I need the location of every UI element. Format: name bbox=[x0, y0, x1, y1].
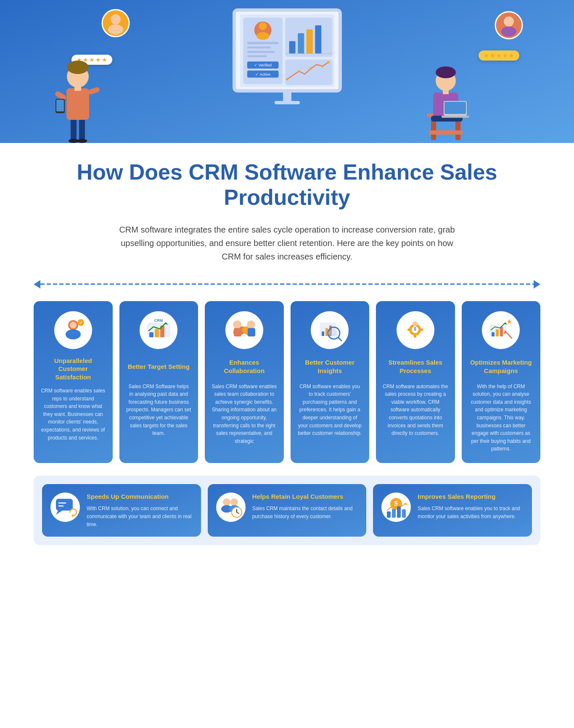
card-collaboration: Enhances Collaboration Sales CRM softwar… bbox=[205, 301, 284, 463]
svg-point-38 bbox=[111, 14, 121, 24]
svg-rect-83 bbox=[407, 328, 411, 331]
svg-rect-82 bbox=[414, 334, 416, 338]
svg-point-21 bbox=[298, 70, 300, 72]
svg-point-102 bbox=[230, 498, 238, 506]
svg-rect-84 bbox=[420, 328, 423, 331]
arrow-left-icon bbox=[34, 280, 40, 289]
card-icon-target: CRM bbox=[140, 311, 177, 349]
svg-rect-62 bbox=[155, 329, 159, 337]
card-content-loyal: Helps Retain Loyal Customers Sales CRM m… bbox=[252, 492, 358, 521]
svg-marker-99 bbox=[71, 514, 73, 517]
svg-point-28 bbox=[77, 139, 87, 143]
intro-text: CRM software integrates the entire sales… bbox=[119, 223, 455, 263]
hero-person-right bbox=[418, 50, 477, 143]
card-icon-collaboration bbox=[225, 311, 263, 349]
icon-chat-arrows bbox=[54, 495, 77, 519]
svg-rect-90 bbox=[500, 327, 503, 336]
svg-rect-17 bbox=[315, 25, 321, 53]
screen-content-svg: ✓ Verified ✓ Active bbox=[240, 12, 334, 90]
svg-rect-29 bbox=[66, 88, 89, 120]
svg-rect-51 bbox=[442, 116, 469, 118]
svg-point-100 bbox=[223, 498, 230, 506]
card-desc-unparalleled: CRM software enables sales reps to under… bbox=[40, 387, 106, 442]
card-title-streamlines: Streamlines Sales Processes bbox=[383, 357, 448, 377]
monitor-illustration: ✓ Verified ✓ Active bbox=[228, 8, 346, 109]
svg-rect-15 bbox=[298, 33, 304, 53]
card-desc-communication: With CRM solution, you can connect and c… bbox=[87, 505, 193, 528]
hero-person-left bbox=[55, 46, 101, 143]
svg-line-77 bbox=[338, 337, 341, 341]
card-title-target: Better Target Setting bbox=[126, 357, 192, 377]
svg-rect-61 bbox=[149, 332, 153, 337]
card-unparalleled: ✓ Unparalleled Customer Satisfaction CRM… bbox=[34, 301, 113, 463]
svg-point-78 bbox=[330, 329, 338, 337]
svg-text:✓ Verified: ✓ Verified bbox=[254, 63, 272, 67]
svg-rect-19 bbox=[285, 59, 332, 85]
svg-point-70 bbox=[247, 320, 255, 329]
svg-point-68 bbox=[233, 320, 241, 329]
svg-point-57 bbox=[70, 322, 77, 328]
card-streamlines: $ Streamlines Sales Processes CRM softwa… bbox=[376, 301, 455, 463]
card-title-communication: Speeds Up Communication bbox=[87, 492, 193, 501]
svg-rect-71 bbox=[248, 328, 255, 336]
svg-rect-7 bbox=[247, 50, 274, 53]
card-icon-marketing: ★ bbox=[482, 311, 520, 349]
svg-rect-110 bbox=[392, 509, 396, 518]
monitor-screen-outer: ✓ Verified ✓ Active bbox=[233, 8, 342, 93]
svg-rect-6 bbox=[247, 46, 270, 48]
hero-section: ✓ Verified ✓ Active bbox=[0, 0, 574, 143]
svg-point-3 bbox=[259, 22, 267, 30]
card-desc-insights: CRM software enables you to track custom… bbox=[297, 383, 363, 437]
card-content-reporting: Improves Sales Reporting Sales CRM softw… bbox=[418, 492, 524, 521]
svg-marker-113 bbox=[404, 503, 408, 505]
card-title-insights: Better Customer Insights bbox=[297, 357, 363, 377]
card-insights: Better Customer Insights CRM software en… bbox=[291, 301, 370, 463]
svg-rect-43 bbox=[429, 130, 463, 135]
card-communication: Speeds Up Communication With CRM solutio… bbox=[42, 484, 201, 537]
card-icon-insights bbox=[311, 311, 349, 349]
card-title-unparalleled: Unparalleled Customer Satisfaction bbox=[40, 357, 106, 381]
card-content-communication: Speeds Up Communication With CRM solutio… bbox=[87, 492, 193, 528]
svg-point-54 bbox=[501, 26, 516, 37]
icon-gear-dollar: $ bbox=[402, 316, 429, 344]
card-title-collaboration: Enhances Collaboration bbox=[212, 357, 277, 377]
hero-avatar-right-top bbox=[494, 11, 524, 40]
card-desc-streamlines: CRM software automates the sales process… bbox=[383, 383, 448, 437]
icon-crm-chart: CRM bbox=[145, 316, 172, 344]
svg-rect-88 bbox=[492, 332, 495, 336]
card-icon-streamlines: $ bbox=[397, 311, 434, 349]
svg-point-23 bbox=[321, 65, 324, 67]
svg-rect-5 bbox=[247, 42, 278, 44]
main-content: How Does CRM Software Enhance Sales Prod… bbox=[0, 143, 574, 562]
svg-text:CRM: CRM bbox=[154, 318, 163, 323]
svg-point-53 bbox=[504, 16, 514, 26]
svg-point-20 bbox=[286, 78, 288, 80]
card-icon-communication bbox=[50, 492, 80, 522]
svg-rect-109 bbox=[387, 511, 391, 518]
svg-text:★: ★ bbox=[506, 318, 512, 325]
star-icon-right: ★ bbox=[484, 52, 489, 59]
icon-person-checkmark: ✓ bbox=[61, 318, 86, 343]
svg-text:✓: ✓ bbox=[79, 320, 82, 325]
svg-rect-111 bbox=[397, 506, 401, 518]
card-desc-marketing: With the help of CRM solution, you can a… bbox=[468, 383, 534, 453]
arrow-line bbox=[40, 283, 534, 285]
svg-rect-73 bbox=[322, 331, 324, 336]
svg-rect-26 bbox=[79, 118, 85, 141]
card-target: CRM Better Target Setting Sales CRM Soft… bbox=[119, 301, 198, 463]
star-icon-right-3: ★ bbox=[496, 52, 502, 59]
card-icon-reporting: $ bbox=[381, 492, 411, 522]
bottom-cards-grid: Speeds Up Communication With CRM solutio… bbox=[34, 476, 540, 545]
star-icon-right-5: ★ bbox=[509, 52, 514, 59]
svg-point-4 bbox=[257, 32, 269, 40]
monitor-screen-inner: ✓ Verified ✓ Active bbox=[236, 12, 339, 89]
card-marketing: ★ Optimizes Marketing Campaigns With the… bbox=[462, 301, 541, 463]
svg-rect-34 bbox=[87, 86, 100, 95]
star-icon-left-5: ★ bbox=[102, 56, 107, 63]
svg-point-48 bbox=[436, 66, 456, 78]
icon-people-clock bbox=[219, 495, 242, 519]
svg-rect-8 bbox=[247, 55, 267, 57]
svg-point-56 bbox=[66, 329, 81, 339]
icon-marketing-tools: ★ bbox=[487, 316, 515, 344]
svg-point-24 bbox=[327, 61, 330, 64]
